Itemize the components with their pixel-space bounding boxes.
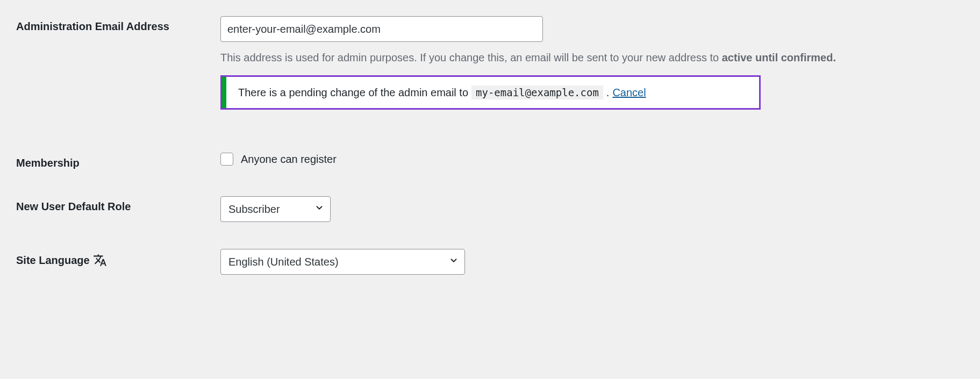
- notice-pending-email: my-email@example.com: [471, 85, 603, 99]
- admin-email-row: Administration Email Address This addres…: [16, 16, 980, 110]
- admin-email-label: Administration Email Address: [16, 16, 220, 33]
- notice-content: There is a pending change of the admin e…: [226, 77, 658, 108]
- default-role-select[interactable]: Subscriber: [220, 196, 331, 222]
- membership-field-wrap: Anyone can register: [220, 153, 980, 166]
- notice-accent-bar: [222, 77, 226, 108]
- default-role-field-wrap: Subscriber: [220, 196, 980, 222]
- site-language-label-wrap: Site Language: [16, 249, 220, 267]
- default-role-row: New User Default Role Subscriber: [16, 196, 980, 222]
- default-role-label: New User Default Role: [16, 196, 220, 213]
- site-language-select[interactable]: English (United States): [220, 249, 465, 275]
- notice-text: There is a pending change of the admin e…: [238, 87, 468, 99]
- site-language-label: Site Language: [16, 254, 90, 267]
- admin-email-description: This address is used for admin purposes.…: [220, 49, 980, 66]
- anyone-can-register-checkbox[interactable]: [220, 153, 233, 166]
- membership-row: Membership Anyone can register: [16, 153, 980, 169]
- default-role-select-wrap: Subscriber: [220, 196, 331, 222]
- membership-checkbox-wrap[interactable]: Anyone can register: [220, 153, 980, 166]
- admin-email-field-wrap: This address is used for admin purposes.…: [220, 16, 980, 110]
- pending-email-notice: There is a pending change of the admin e…: [220, 75, 761, 110]
- membership-label: Membership: [16, 153, 220, 169]
- notice-period: .: [606, 87, 610, 99]
- translate-icon: [93, 253, 107, 267]
- admin-email-desc-text: This address is used for admin purposes.…: [220, 52, 722, 63]
- admin-email-desc-bold: active until confirmed.: [722, 52, 836, 63]
- cancel-pending-email-link[interactable]: Cancel: [612, 87, 646, 99]
- site-language-field-wrap: English (United States): [220, 249, 980, 275]
- site-language-row: Site Language English (United States): [16, 249, 980, 275]
- anyone-can-register-label: Anyone can register: [241, 153, 337, 166]
- admin-email-input[interactable]: [220, 16, 543, 42]
- site-language-select-wrap: English (United States): [220, 249, 465, 275]
